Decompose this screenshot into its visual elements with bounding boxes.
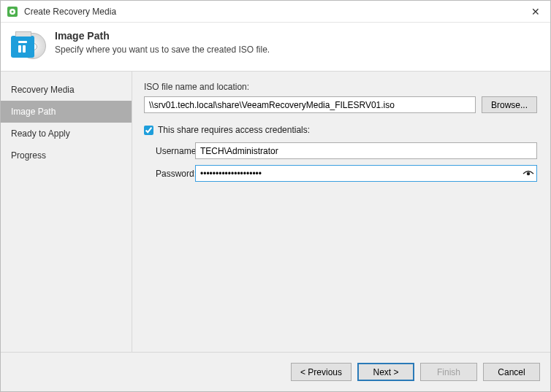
browse-button[interactable]: Browse...: [482, 96, 537, 113]
wizard-window: Create Recovery Media ✕ Image Path Speci…: [0, 0, 551, 392]
credentials-checkbox-label: This share requires access credentials:: [158, 125, 310, 135]
reveal-password-icon[interactable]: [522, 168, 534, 180]
titlebar: Create Recovery Media ✕: [1, 1, 550, 23]
step-recovery-media[interactable]: Recovery Media: [1, 79, 132, 101]
wizard-header: Image Path Specify where you want us to …: [1, 23, 550, 71]
recovery-media-icon: [11, 28, 43, 61]
svg-point-2: [12, 10, 14, 12]
wizard-footer: < Previous Next > Finish Cancel: [1, 352, 550, 391]
close-icon[interactable]: ✕: [527, 6, 544, 18]
password-label: Password:: [144, 169, 195, 179]
username-input[interactable]: [195, 142, 537, 159]
svg-point-3: [527, 172, 530, 174]
next-button[interactable]: Next >: [357, 363, 414, 381]
finish-button: Finish: [420, 363, 477, 381]
username-label: Username:: [144, 146, 195, 156]
header-text: Image Path Specify where you want us to …: [55, 28, 270, 55]
iso-path-input[interactable]: [144, 96, 476, 113]
step-image-path[interactable]: Image Path: [1, 101, 132, 123]
page-subtitle: Specify where you want us to save the cr…: [55, 45, 270, 55]
step-progress[interactable]: Progress: [1, 145, 132, 166]
page-title: Image Path: [55, 30, 270, 42]
app-icon: [7, 6, 18, 18]
window-title: Create Recovery Media: [24, 7, 527, 17]
wizard-body: Recovery Media Image Path Ready to Apply…: [1, 71, 550, 352]
credentials-checkbox[interactable]: [144, 126, 153, 135]
iso-path-label: ISO file name and location:: [144, 82, 537, 92]
cancel-button[interactable]: Cancel: [483, 363, 540, 381]
previous-button[interactable]: < Previous: [291, 363, 352, 381]
password-input[interactable]: [195, 165, 537, 182]
step-ready-to-apply[interactable]: Ready to Apply: [1, 123, 132, 145]
wizard-steps-sidebar: Recovery Media Image Path Ready to Apply…: [1, 72, 132, 352]
wizard-content: ISO file name and location: Browse... Th…: [132, 72, 550, 352]
